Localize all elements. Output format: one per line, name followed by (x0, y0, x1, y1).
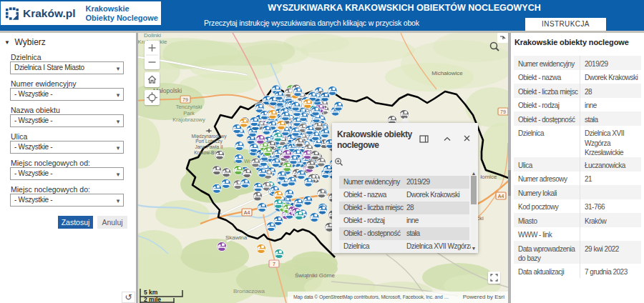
svg-text:Dolinki: Dolinki (144, 32, 161, 39)
svg-text:5 km: 5 km (144, 289, 158, 296)
svg-text:Port Lotniczy: Port Lotniczy (195, 139, 223, 144)
svg-text:łomice: łomice (480, 174, 497, 180)
svg-text:Bronaczowa: Bronaczowa (233, 288, 265, 294)
svg-text:Tenczyński: Tenczyński (176, 104, 203, 110)
svg-text:7: 7 (273, 262, 275, 267)
svg-text:Jana Pawła II: Jana Pawła II (195, 144, 223, 149)
svg-text:Park: Park (183, 110, 195, 116)
svg-text:79: 79 (182, 97, 188, 102)
svg-text:Michałowice: Michałowice (431, 70, 463, 76)
svg-text:2 mile: 2 mile (144, 296, 161, 303)
svg-text:Krajobrazowy: Krajobrazowy (172, 116, 205, 123)
svg-text:A4: A4 (498, 194, 504, 199)
svg-text:A4: A4 (244, 210, 250, 215)
svg-text:79: 79 (500, 109, 506, 114)
svg-text:Świątniki Górne: Świątniki Górne (295, 272, 336, 279)
svg-text:Skawina: Skawina (225, 234, 248, 241)
